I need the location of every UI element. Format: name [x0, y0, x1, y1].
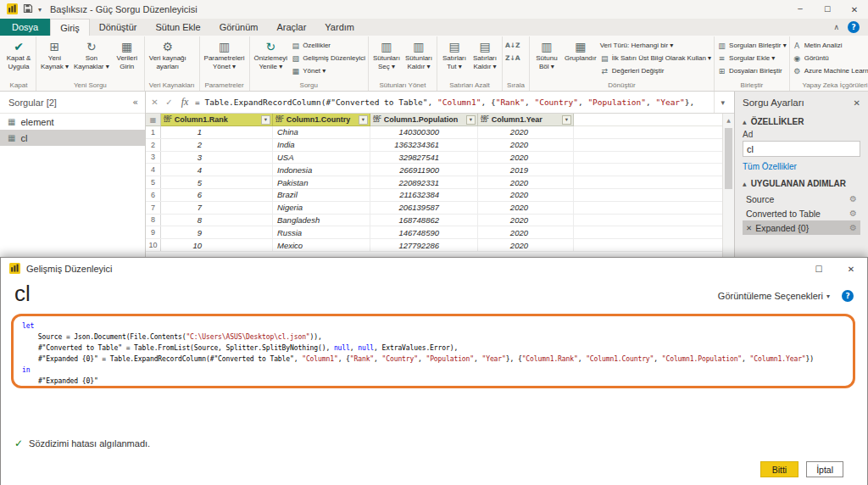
close-button[interactable]: ✕	[841, 0, 868, 19]
row-number[interactable]: 10	[146, 239, 161, 251]
cell-population[interactable]: 168748862	[370, 215, 478, 226]
save-icon[interactable]	[23, 3, 33, 15]
tab-sutun-ekle[interactable]: Sütun Ekle	[146, 19, 209, 36]
data-type-button[interactable]: Veri Türü: Herhangi bir ▾	[600, 40, 711, 51]
help-icon[interactable]: ?	[842, 290, 854, 302]
datatype-any-icon[interactable]: ABC123	[163, 116, 173, 124]
cell-rank[interactable]: 2	[161, 139, 273, 151]
maximize-button[interactable]: ☐	[814, 0, 841, 19]
column-header-year[interactable]: ABC123 Column1.Year ▾	[478, 114, 574, 126]
group-by-button[interactable]: ▦ Gruplandır	[563, 37, 598, 63]
cell-year[interactable]: 2020	[478, 176, 574, 188]
column-header-country[interactable]: ABC123 Column1.Country ▾	[273, 114, 370, 126]
collapse-ribbon-icon[interactable]: ∧	[833, 23, 839, 31]
cell-country[interactable]: Indonesia	[273, 164, 370, 176]
cell-population[interactable]: 220892331	[370, 176, 478, 188]
cell-year[interactable]: 2020	[478, 189, 574, 201]
row-number[interactable]: 2	[146, 139, 161, 151]
display-options-dropdown[interactable]: Görüntüleme Seçenekleri ▾	[718, 291, 830, 301]
delete-step-icon[interactable]: ✕	[746, 224, 752, 232]
cell-population[interactable]: 206139587	[370, 202, 478, 214]
row-number[interactable]: 5	[146, 176, 161, 188]
cell-rank[interactable]: 4	[161, 164, 273, 176]
vision-button[interactable]: ◉ Görüntü	[793, 53, 868, 64]
split-column-button[interactable]: ▥ Sütunu Böl ▾	[532, 37, 561, 70]
cell-country[interactable]: Pakistan	[273, 176, 370, 188]
cell-country[interactable]: USA	[273, 152, 370, 164]
applied-steps-section-header[interactable]: ▲ UYGULANAN ADIMLAR	[743, 179, 860, 188]
cell-rank[interactable]: 1	[161, 126, 273, 138]
row-number[interactable]: 8	[146, 215, 161, 226]
replace-values-button[interactable]: ⇄ Değerleri Değiştir	[600, 65, 711, 76]
done-button[interactable]: Bitti	[760, 461, 799, 477]
append-queries-button[interactable]: ≡ Sorgular Ekle ▾	[717, 53, 787, 64]
cell-country[interactable]: Russia	[273, 226, 370, 238]
commit-formula-icon[interactable]: ✓	[164, 98, 175, 107]
cancel-formula-icon[interactable]: ✕	[149, 98, 160, 107]
close-apply-button[interactable]: ✔ Kapat & Uygula	[4, 37, 33, 70]
filter-icon[interactable]: ▾	[562, 115, 571, 125]
cell-year[interactable]: 2020	[478, 126, 574, 138]
scroll-up-icon[interactable]: ▲	[723, 114, 734, 123]
gear-icon[interactable]: ⚙	[849, 209, 857, 218]
settings-close-icon[interactable]: ✕	[854, 98, 860, 108]
column-header-population[interactable]: ABC123 Column1.Population ▾	[370, 114, 478, 126]
step-source[interactable]: Source ⚙	[743, 192, 860, 206]
new-source-button[interactable]: ⊞ Yeni Kaynak ▾	[39, 37, 70, 70]
gear-icon[interactable]: ⚙	[849, 223, 857, 232]
keep-rows-button[interactable]: ▤ Satırları Tut ▾	[440, 37, 469, 70]
cell-country[interactable]: Nigeria	[273, 202, 370, 214]
filter-icon[interactable]: ▾	[261, 115, 270, 125]
cell-year[interactable]: 2019	[478, 164, 574, 176]
cell-year[interactable]: 2020	[478, 202, 574, 214]
cell-country[interactable]: Bangladesh	[273, 215, 370, 226]
cell-year[interactable]: 2020	[478, 139, 574, 151]
tab-yardim[interactable]: Yardım	[315, 19, 364, 36]
column-header-rank[interactable]: ABC123 Column1.Rank ▾	[161, 114, 273, 126]
cancel-button[interactable]: İptal	[806, 461, 843, 477]
formula-expand-icon[interactable]: ▾	[714, 92, 731, 113]
dialog-close-button[interactable]: ✕	[835, 258, 867, 280]
filter-icon[interactable]: ▾	[466, 115, 476, 125]
query-name-input[interactable]	[743, 141, 860, 157]
properties-button[interactable]: ▤ Özellikler	[291, 40, 365, 51]
manage-parameters-button[interactable]: ▥ Parametreleri Yönet ▾	[203, 37, 247, 70]
row-number[interactable]: 3	[146, 152, 161, 164]
tab-giris[interactable]: Giriş	[50, 19, 90, 36]
datasource-settings-button[interactable]: ⚙ Veri kaynağı ayarları	[147, 37, 188, 70]
cell-year[interactable]: 2020	[478, 215, 574, 226]
cell-rank[interactable]: 6	[161, 189, 273, 201]
step-converted-to-table[interactable]: Converted to Table ⚙	[743, 206, 860, 220]
cell-rank[interactable]: 10	[161, 239, 273, 251]
azure-ml-button[interactable]: ⚙ Azure Machine Learning	[793, 65, 868, 76]
cell-country[interactable]: China	[273, 126, 370, 138]
advanced-editor-button[interactable]: ▧ Gelişmiş Düzenleyici	[291, 53, 365, 64]
cell-rank[interactable]: 8	[161, 215, 273, 226]
remove-rows-button[interactable]: ▤ Satırları Kaldır ▾	[470, 37, 499, 70]
refresh-preview-button[interactable]: ↻ Önizlemeyi Yenile ▾	[253, 37, 290, 70]
datatype-any-icon[interactable]: ABC123	[275, 116, 285, 124]
cell-country[interactable]: India	[273, 139, 370, 151]
scrollbar-thumb[interactable]	[725, 128, 732, 189]
datatype-any-icon[interactable]: ABC123	[480, 116, 490, 124]
all-properties-link[interactable]: Tüm Özellikler	[743, 162, 797, 171]
choose-columns-button[interactable]: ▥ Sütunları Seç ▾	[371, 37, 402, 70]
help-icon[interactable]: ?	[848, 21, 860, 33]
properties-section-header[interactable]: ▲ ÖZELLİKLER	[743, 117, 860, 126]
cell-year[interactable]: 2020	[478, 226, 574, 238]
cell-year[interactable]: 2020	[478, 152, 574, 164]
cell-population[interactable]: 146748590	[370, 226, 478, 238]
cell-country[interactable]: Brazil	[273, 189, 370, 201]
cell-population[interactable]: 211632384	[370, 189, 478, 201]
cell-rank[interactable]: 3	[161, 152, 273, 164]
row-number[interactable]: 6	[146, 189, 161, 201]
sort-descending-button[interactable]: Z↓A	[505, 53, 520, 64]
cell-population[interactable]: 140300300	[370, 126, 478, 138]
query-item-element[interactable]: ▦ element	[0, 114, 145, 130]
manage-button[interactable]: ▦ Yönet ▾	[291, 65, 365, 76]
tab-dosya[interactable]: Dosya	[0, 19, 50, 36]
collapse-queries-pane-icon[interactable]: «	[132, 97, 138, 108]
row-number[interactable]: 1	[146, 126, 161, 138]
use-first-row-button[interactable]: ▤ İlk Satırı Üst Bilgi Olarak Kullan ▾	[600, 53, 711, 64]
recent-sources-button[interactable]: ↻ Son Kaynaklar ▾	[72, 37, 111, 70]
